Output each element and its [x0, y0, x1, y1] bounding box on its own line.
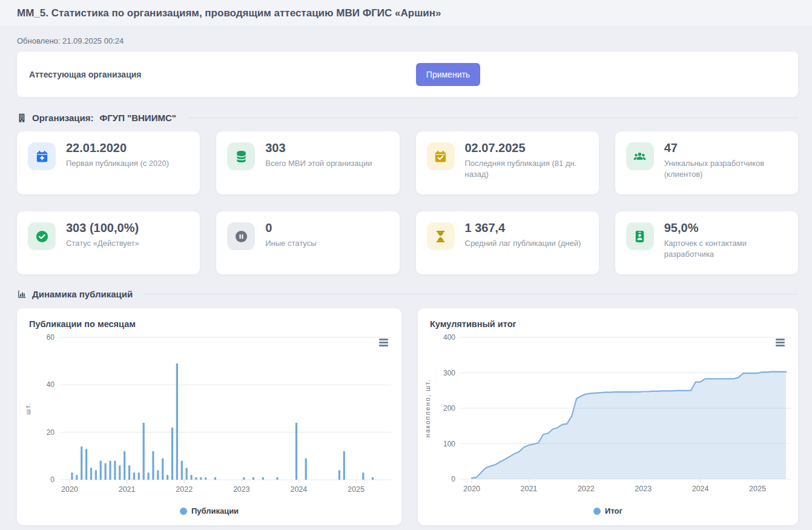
svg-text:2021: 2021 — [119, 485, 136, 494]
stat-label: Первая публикация (с 2020) — [66, 158, 188, 169]
stat-label: Уникальных разработчиков (клиентов) — [664, 158, 787, 180]
svg-text:300: 300 — [443, 369, 455, 377]
filter-label: Аттестующая организация — [29, 70, 142, 79]
updated-timestamp: Обновлено: 21.09.2025 00:24 — [17, 36, 798, 45]
org-value: ФГУП "ВНИИМС" — [100, 113, 176, 123]
svg-text:2020: 2020 — [61, 485, 78, 494]
stat-card: 1 367,4Средний лаг публикации (дней) — [416, 211, 599, 274]
svg-text:0: 0 — [50, 475, 54, 484]
chart-card-cumulative: Кумулятивный итог 0100200300400накоплено… — [418, 308, 798, 525]
chart-title: Публикации по месяцам — [29, 319, 136, 329]
stat-label: Средний лаг публикации (дней) — [465, 238, 587, 249]
stat-label: Иные статусы — [265, 238, 388, 249]
svg-text:2023: 2023 — [635, 485, 652, 493]
chart-card-monthly: Публикации по месяцам 0204060шт.20202021… — [17, 308, 401, 525]
chart-title: Кумулятивный итог — [430, 319, 517, 329]
stat-card: 95,0%Карточек с контактами разработчика — [615, 211, 798, 274]
stat-value: 1 367,4 — [465, 221, 506, 235]
publications-bars[interactable] — [71, 363, 374, 480]
stat-value: 303 (100,0%) — [66, 221, 139, 235]
svg-text:200: 200 — [443, 404, 455, 412]
calendar-plus-icon — [28, 142, 56, 170]
dynamics-section-header: Динамика публикаций — [17, 289, 798, 299]
stat-value: 0 — [265, 221, 272, 235]
page-content: Обновлено: 21.09.2025 00:24 Аттестующая … — [0, 36, 812, 525]
cumulative-total-chart: 0100200300400накоплено, шт.2020202120222… — [421, 330, 794, 497]
svg-text:60: 60 — [47, 333, 55, 342]
chart-axes: 0204060шт.202020212022202320242025 — [24, 333, 391, 494]
filter-card: Аттестующая организация Применить — [17, 51, 798, 97]
stat-card: 0Иные статусы — [216, 211, 399, 274]
svg-text:20: 20 — [47, 428, 55, 437]
apply-button[interactable]: Применить — [416, 63, 480, 86]
stat-label: Всего МВИ этой организации — [265, 158, 388, 169]
svg-text:2024: 2024 — [692, 485, 709, 493]
stat-value: 95,0% — [664, 221, 699, 235]
charts-row: Публикации по месяцам 0204060шт.20202021… — [17, 308, 798, 525]
legend[interactable]: Публикации — [17, 506, 401, 515]
legend-marker — [180, 508, 187, 515]
svg-text:2020: 2020 — [463, 485, 480, 493]
id-badge-icon — [626, 222, 654, 250]
svg-text:шт.: шт. — [24, 402, 31, 414]
svg-text:2022: 2022 — [176, 485, 193, 494]
svg-text:2025: 2025 — [348, 485, 365, 494]
stats-grid: 22.01.2020Первая публикация (с 2020)303В… — [17, 131, 798, 274]
calendar-check-icon — [427, 142, 455, 170]
legend[interactable]: Итог — [418, 506, 798, 515]
svg-text:100: 100 — [443, 440, 455, 448]
stat-value: 303 — [265, 141, 285, 155]
hourglass-icon — [427, 222, 455, 250]
svg-text:2021: 2021 — [520, 485, 537, 493]
stat-value: 22.01.2020 — [66, 141, 127, 155]
building-icon — [17, 113, 27, 123]
stat-label: Последняя публикация (81 дн. назад) — [465, 158, 587, 180]
svg-text:2024: 2024 — [290, 485, 307, 494]
stat-card: 303 (100,0%)Статус «Действует» — [17, 211, 200, 274]
section-divider — [145, 294, 798, 294]
org-label: Организация: — [32, 113, 94, 123]
check-circle-icon — [28, 222, 56, 250]
org-section-header: Организация: ФГУП "ВНИИМС" — [17, 113, 798, 123]
monthly-publications-chart: 0204060шт.202020212022202320242025 — [21, 330, 396, 497]
svg-text:0: 0 — [451, 475, 455, 483]
pause-circle-icon — [227, 222, 255, 250]
svg-text:400: 400 — [443, 333, 455, 342]
svg-text:2025: 2025 — [749, 485, 766, 493]
bar-chart-icon — [17, 289, 27, 299]
stat-value: 02.07.2025 — [465, 141, 526, 155]
svg-text:накоплено, шт.: накоплено, шт. — [424, 379, 431, 438]
section-divider — [188, 118, 798, 118]
stat-card: 22.01.2020Первая публикация (с 2020) — [17, 131, 200, 194]
svg-text:2022: 2022 — [578, 485, 595, 493]
legend-label: Итог — [605, 506, 622, 515]
stat-card: 02.07.2025Последняя публикация (81 дн. н… — [416, 131, 599, 194]
legend-label: Публикации — [191, 506, 239, 515]
cumulative-area[interactable] — [472, 372, 786, 479]
stat-value: 47 — [664, 141, 678, 155]
stat-label: Статус «Действует» — [66, 238, 188, 249]
svg-text:2023: 2023 — [233, 485, 250, 494]
stat-card: 303Всего МВИ этой организации — [216, 131, 399, 194]
users-icon — [626, 142, 654, 170]
svg-text:40: 40 — [47, 380, 55, 389]
page-header: ММ_5. Статистика по организациям, провод… — [0, 0, 812, 27]
stat-label: Карточек с контактами разработчика — [664, 238, 787, 260]
database-icon — [227, 142, 255, 170]
dynamics-label: Динамика публикаций — [32, 289, 133, 299]
page-title: ММ_5. Статистика по организациям, провод… — [17, 7, 441, 19]
stat-card: 47Уникальных разработчиков (клиентов) — [615, 131, 798, 194]
legend-marker — [593, 508, 601, 515]
